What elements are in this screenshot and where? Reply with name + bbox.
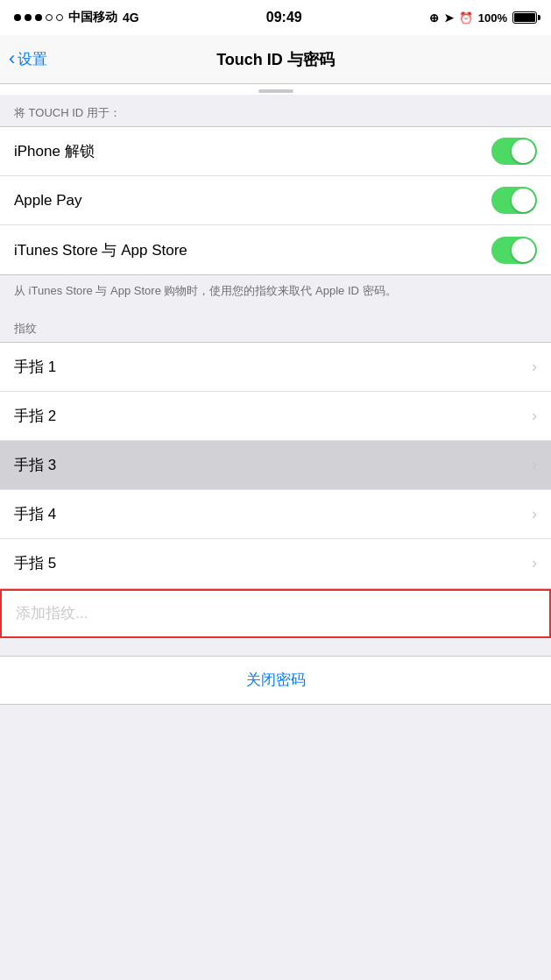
fingerprint-list: 手指 1 › 手指 2 › 手指 3 › 手指 4 › 手指 5 › bbox=[0, 342, 551, 589]
chevron-icon-1: › bbox=[532, 358, 537, 376]
finger-2-row[interactable]: 手指 2 › bbox=[0, 392, 551, 441]
touch-id-section: 将 TOUCH ID 用于： iPhone 解锁 Apple Pay iTune… bbox=[0, 95, 551, 310]
nav-bar: ‹ 设置 Touch ID 与密码 bbox=[0, 35, 551, 84]
touch-id-header: 将 TOUCH ID 用于： bbox=[0, 95, 551, 126]
status-right: ⊕ ➤ ⏰ 100% bbox=[429, 11, 537, 25]
dot4 bbox=[46, 14, 53, 21]
finger-3-row[interactable]: 手指 3 › bbox=[0, 441, 551, 490]
battery-label: 100% bbox=[478, 11, 507, 25]
page-title: Touch ID 与密码 bbox=[216, 49, 335, 70]
finger-5-row[interactable]: 手指 5 › bbox=[0, 539, 551, 588]
touch-id-list: iPhone 解锁 Apple Pay iTunes Store 与 App S… bbox=[0, 126, 551, 275]
drag-pill bbox=[258, 89, 293, 93]
status-time: 09:49 bbox=[266, 10, 302, 25]
alarm-icon: ⏰ bbox=[459, 11, 473, 25]
battery-fill bbox=[514, 13, 535, 22]
iphone-unlock-label: iPhone 解锁 bbox=[14, 141, 95, 161]
toggle-knob bbox=[512, 139, 535, 163]
drag-indicator bbox=[0, 84, 551, 95]
finger-2-label: 手指 2 bbox=[14, 406, 56, 426]
fingerprint-header: 指纹 bbox=[0, 310, 551, 342]
battery-icon bbox=[512, 11, 537, 24]
carrier-label: 中国移动 bbox=[68, 10, 117, 25]
apple-pay-toggle[interactable] bbox=[491, 187, 537, 214]
toggle-knob-3 bbox=[512, 238, 535, 262]
navigation-icon: ➤ bbox=[444, 11, 454, 25]
status-left: 中国移动 4G bbox=[14, 10, 139, 25]
add-fingerprint-label: 添加指纹... bbox=[16, 603, 88, 623]
dot2 bbox=[25, 14, 32, 21]
finger-4-row[interactable]: 手指 4 › bbox=[0, 490, 551, 539]
itunes-store-label: iTunes Store 与 App Store bbox=[14, 240, 187, 260]
toggle-knob-2 bbox=[512, 188, 535, 212]
chevron-icon-2: › bbox=[532, 407, 537, 425]
apple-pay-row[interactable]: Apple Pay bbox=[0, 176, 551, 225]
chevron-icon-5: › bbox=[532, 554, 537, 572]
itunes-store-row[interactable]: iTunes Store 与 App Store bbox=[0, 225, 551, 274]
dot1 bbox=[14, 14, 21, 21]
back-chevron-icon: ‹ bbox=[9, 49, 15, 68]
finger-1-row[interactable]: 手指 1 › bbox=[0, 343, 551, 392]
dot3 bbox=[35, 14, 42, 21]
fingerprint-section: 指纹 手指 1 › 手指 2 › 手指 3 › 手指 4 › 手指 5 › 添加… bbox=[0, 310, 551, 638]
finger-4-label: 手指 4 bbox=[14, 504, 56, 524]
chevron-icon-4: › bbox=[532, 505, 537, 523]
apple-pay-label: Apple Pay bbox=[14, 192, 82, 209]
location-icon: ⊕ bbox=[429, 11, 439, 25]
bottom-section: 关闭密码 bbox=[0, 638, 551, 705]
close-passcode-label: 关闭密码 bbox=[246, 670, 306, 690]
itunes-store-toggle[interactable] bbox=[491, 237, 537, 264]
finger-3-label: 手指 3 bbox=[14, 455, 56, 475]
dot5 bbox=[56, 14, 63, 21]
iphone-unlock-row[interactable]: iPhone 解锁 bbox=[0, 127, 551, 176]
touch-id-footer: 从 iTunes Store 与 App Store 购物时，使用您的指纹来取代… bbox=[0, 275, 551, 310]
finger-1-label: 手指 1 bbox=[14, 357, 56, 377]
back-button[interactable]: ‹ 设置 bbox=[9, 49, 47, 69]
close-passcode-row[interactable]: 关闭密码 bbox=[0, 656, 551, 705]
network-label: 4G bbox=[123, 11, 139, 25]
signal-dots bbox=[14, 14, 63, 21]
back-label: 设置 bbox=[18, 49, 47, 69]
status-bar: 中国移动 4G 09:49 ⊕ ➤ ⏰ 100% bbox=[0, 0, 551, 35]
add-fingerprint-row[interactable]: 添加指纹... bbox=[0, 589, 551, 638]
finger-5-label: 手指 5 bbox=[14, 553, 56, 573]
chevron-icon-3: › bbox=[532, 456, 537, 474]
iphone-unlock-toggle[interactable] bbox=[491, 138, 537, 165]
